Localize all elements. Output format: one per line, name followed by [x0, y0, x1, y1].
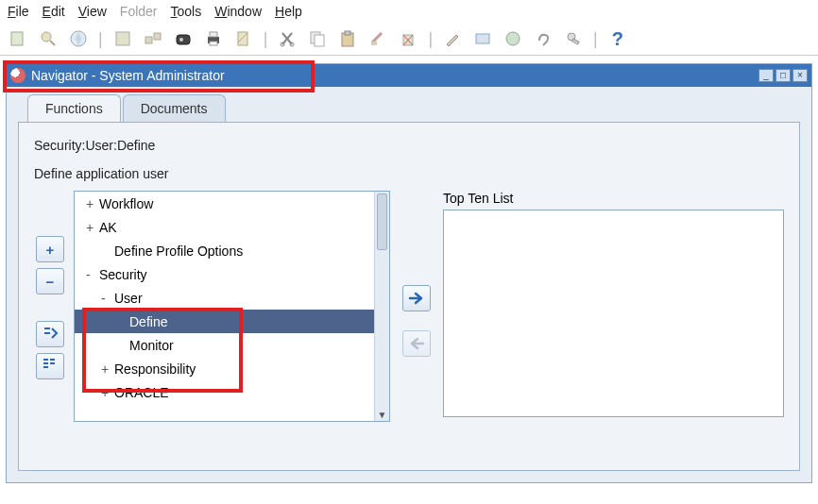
scroll-down-icon[interactable]: ▼ — [375, 408, 389, 421]
window-title: Navigator - System Administrator — [31, 68, 225, 83]
tree-item-define-profile-options[interactable]: Define Profile Options — [75, 239, 389, 262]
collapse-button[interactable]: − — [36, 268, 64, 294]
toolbar-separator: | — [262, 29, 270, 49]
svg-rect-20 — [371, 42, 377, 45]
tb-attach-globe-icon[interactable] — [501, 26, 525, 51]
close-button[interactable]: × — [792, 69, 808, 82]
svg-rect-5 — [145, 37, 152, 43]
tb-step-icon[interactable] — [141, 26, 165, 51]
svg-rect-19 — [345, 31, 350, 35]
tb-new-icon[interactable] — [6, 26, 30, 51]
menu-file[interactable]: File — [8, 4, 29, 19]
tb-edit-icon[interactable] — [440, 26, 465, 51]
toolbar: | | | | ? — [0, 23, 818, 56]
function-tree[interactable]: +Workflow +AK Define Profile Options -Se… — [74, 191, 390, 422]
tree-item-oracle[interactable]: +ORACLE — [75, 380, 389, 404]
svg-point-8 — [179, 38, 183, 42]
transfer-buttons — [398, 191, 435, 422]
nav-path: Security:User:Define — [34, 138, 784, 153]
tree-item-ak[interactable]: +AK — [75, 215, 389, 239]
tree-scrollbar[interactable]: ▲ ▼ — [374, 192, 389, 421]
tb-translate-icon[interactable] — [470, 26, 495, 51]
nav-description: Define application user — [34, 166, 784, 181]
expand-branch-button[interactable] — [36, 321, 64, 347]
maximize-button[interactable]: □ — [775, 69, 791, 82]
tb-delete-icon[interactable] — [396, 26, 420, 51]
tb-nav-icon[interactable] — [66, 26, 91, 51]
svg-rect-24 — [476, 34, 489, 43]
navigator-window: Navigator - System Administrator _ □ × F… — [6, 63, 812, 483]
svg-rect-4 — [116, 32, 129, 45]
tb-find-icon[interactable] — [36, 26, 60, 51]
top-ten-list[interactable] — [443, 210, 784, 417]
menu-edit[interactable]: Edit — [43, 4, 65, 19]
tb-close-icon[interactable] — [231, 26, 256, 51]
svg-point-25 — [506, 32, 520, 45]
svg-rect-11 — [210, 42, 217, 45]
tree-item-security[interactable]: -Security — [75, 262, 389, 286]
tb-paste-icon[interactable] — [335, 26, 360, 51]
toolbar-separator: | — [96, 29, 105, 49]
svg-rect-27 — [572, 39, 580, 44]
menu-folder: Folder — [120, 4, 158, 19]
svg-rect-6 — [154, 33, 161, 40]
tree-item-responsibility[interactable]: +Responsibility — [75, 357, 389, 380]
tab-strip: Functions Documents — [27, 94, 800, 122]
tree-button-column: + − — [34, 191, 66, 422]
toolbar-separator: | — [591, 29, 600, 49]
menu-bar: File Edit View Folder Tools Window Help — [0, 0, 818, 23]
tree-item-workflow[interactable]: +Workflow — [75, 192, 389, 215]
remove-from-list-button[interactable] — [402, 330, 431, 357]
tb-copy-icon[interactable] — [305, 26, 330, 51]
tree-item-define[interactable]: Define — [75, 310, 389, 333]
tb-tools-icon[interactable] — [561, 26, 586, 51]
tree-item-user[interactable]: -User — [75, 286, 389, 310]
svg-line-2 — [50, 41, 55, 45]
tb-attachment-icon[interactable] — [531, 26, 555, 51]
menu-window[interactable]: Window — [214, 4, 262, 19]
svg-rect-17 — [315, 35, 324, 46]
top-ten-label: Top Ten List — [443, 191, 784, 206]
window-titlebar[interactable]: Navigator - System Administrator _ □ × — [7, 64, 811, 87]
tb-switch-icon[interactable] — [171, 26, 196, 51]
menu-help[interactable]: Help — [275, 4, 302, 19]
tb-clear-icon[interactable] — [366, 26, 390, 51]
tab-functions[interactable]: Functions — [27, 94, 121, 122]
tb-cut-icon[interactable] — [275, 26, 299, 51]
tree-item-monitor[interactable]: Monitor — [75, 333, 389, 357]
svg-point-1 — [42, 32, 51, 42]
svg-rect-0 — [11, 32, 23, 45]
menu-view[interactable]: View — [78, 4, 107, 19]
toolbar-separator: | — [426, 29, 435, 49]
tb-help-icon[interactable]: ? — [605, 26, 630, 51]
svg-rect-10 — [210, 32, 217, 37]
tb-print-icon[interactable] — [201, 26, 226, 51]
menu-tools[interactable]: Tools — [171, 4, 202, 19]
expand-all-button[interactable] — [36, 353, 64, 379]
tab-documents[interactable]: Documents — [123, 94, 226, 122]
minimize-button[interactable]: _ — [758, 69, 774, 82]
tb-save-icon[interactable] — [111, 26, 135, 51]
expand-button[interactable]: + — [36, 236, 64, 262]
add-to-list-button[interactable] — [402, 285, 431, 311]
scroll-thumb[interactable] — [377, 193, 387, 250]
app-icon — [10, 68, 26, 83]
